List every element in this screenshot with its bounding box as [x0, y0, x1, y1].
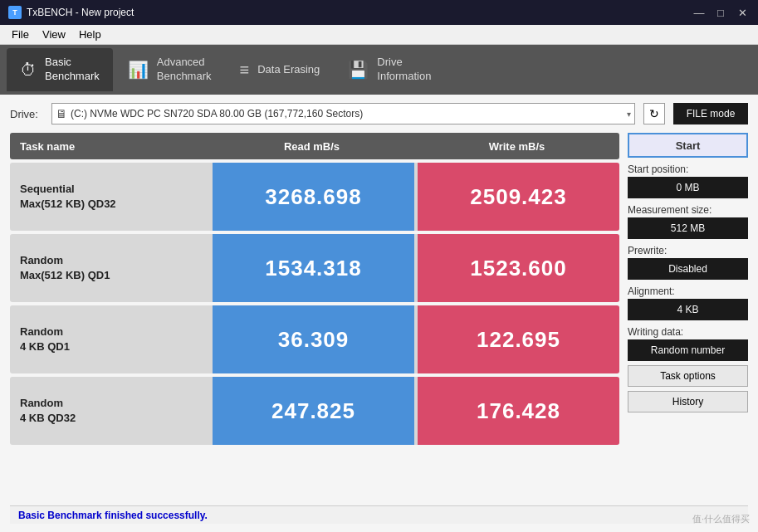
erasing-icon: ≡ — [240, 61, 250, 80]
drive-selector[interactable]: 🖥 (C:) NVMe WDC PC SN720 SDA 80.00 GB (1… — [51, 103, 635, 124]
measurement-size-value[interactable]: 512 MB — [628, 217, 748, 239]
menu-bar: File View Help — [0, 25, 758, 45]
row4-label: Random4 KB QD32 — [10, 396, 209, 426]
table-row: SequentialMax(512 KB) QD32 3268.698 2509… — [10, 163, 619, 231]
prewrite-group: Prewrite: Disabled — [628, 243, 748, 280]
row4-read: 247.825 — [213, 377, 414, 445]
timer-icon: ⏱ — [20, 61, 37, 80]
chevron-down-icon: ▾ — [627, 110, 631, 119]
tab-basic-benchmark[interactable]: ⏱ Basic Benchmark — [7, 48, 113, 91]
tab-basic-label-line1: Basic — [45, 56, 100, 70]
row3-label: Random4 KB QD1 — [10, 325, 209, 354]
start-button[interactable]: Start — [628, 133, 748, 158]
file-mode-button[interactable]: FILE mode — [673, 103, 748, 124]
tab-erasing-label: Data Erasing — [257, 63, 320, 77]
watermark: 值·什么值得买 — [692, 513, 750, 525]
sidebar: Start Start position: 0 MB Measurement s… — [628, 133, 748, 502]
history-button[interactable]: History — [628, 391, 748, 412]
tab-advanced-benchmark[interactable]: 📊 Advanced Benchmark — [115, 48, 225, 91]
row3-write: 122.695 — [418, 305, 619, 373]
measurement-size-group: Measurement size: 512 MB — [628, 203, 748, 239]
tab-drive-information[interactable]: 💾 Drive Information — [335, 48, 444, 91]
col-task-name: Task name — [10, 140, 209, 153]
drive-icon: 💾 — [348, 60, 369, 80]
table-row: Random4 KB QD1 36.309 122.695 — [10, 305, 619, 373]
alignment-value[interactable]: 4 KB — [628, 299, 748, 320]
tab-advanced-label-line2: Benchmark — [157, 70, 212, 84]
chart-icon: 📊 — [128, 60, 149, 80]
drive-refresh-button[interactable]: ↻ — [643, 103, 665, 124]
title-bar-controls[interactable]: — □ ✕ — [692, 5, 750, 20]
prewrite-value[interactable]: Disabled — [628, 258, 748, 280]
tab-basic-label-line2: Benchmark — [45, 70, 100, 84]
table-row: Random4 KB QD32 247.825 176.428 — [10, 377, 619, 445]
writing-data-label: Writing data: — [628, 326, 748, 338]
drive-row: Drive: 🖥 (C:) NVMe WDC PC SN720 SDA 80.0… — [10, 103, 748, 124]
row2-read: 1534.318 — [213, 234, 414, 302]
menu-help[interactable]: Help — [72, 27, 108, 42]
title-bar: T TxBENCH - New project — □ ✕ — [0, 0, 758, 25]
benchmark-table: Task name Read mB/s Write mB/s Sequentia… — [10, 133, 619, 502]
table-header: Task name Read mB/s Write mB/s — [10, 133, 619, 159]
close-button[interactable]: ✕ — [735, 5, 750, 20]
main-area: Task name Read mB/s Write mB/s Sequentia… — [10, 133, 748, 502]
status-bar: Basic Benchmark finished successfully. — [10, 505, 748, 524]
row1-read: 3268.698 — [213, 163, 414, 231]
maximize-button[interactable]: □ — [713, 5, 728, 20]
writing-data-group: Writing data: Random number — [628, 325, 748, 361]
prewrite-label: Prewrite: — [628, 245, 748, 256]
alignment-label: Alignment: — [628, 286, 748, 297]
tab-drive-label-line2: Information — [377, 70, 431, 84]
app-icon: T — [8, 6, 22, 19]
start-position-value[interactable]: 0 MB — [628, 177, 748, 198]
col-read: Read mB/s — [209, 140, 414, 153]
drive-selector-icon: 🖥 — [56, 107, 67, 120]
minimize-button[interactable]: — — [692, 5, 707, 20]
writing-data-value[interactable]: Random number — [628, 339, 748, 361]
window-title: TxBENCH - New project — [27, 7, 134, 18]
row1-label: SequentialMax(512 KB) QD32 — [10, 182, 209, 212]
tab-advanced-label-line1: Advanced — [157, 56, 212, 70]
row2-label: RandomMax(512 KB) QD1 — [10, 253, 209, 283]
row3-read: 36.309 — [213, 305, 414, 373]
col-write: Write mB/s — [414, 140, 619, 153]
start-position-group: Start position: 0 MB — [628, 162, 748, 198]
drive-label: Drive: — [10, 108, 43, 120]
menu-file[interactable]: File — [5, 27, 36, 42]
tab-data-erasing[interactable]: ≡ Data Erasing — [227, 48, 334, 91]
title-bar-left: T TxBENCH - New project — [8, 6, 134, 19]
table-row: RandomMax(512 KB) QD1 1534.318 1523.600 — [10, 234, 619, 302]
task-options-button[interactable]: Task options — [628, 365, 748, 387]
row2-write: 1523.600 — [418, 234, 619, 302]
measurement-size-label: Measurement size: — [628, 204, 748, 216]
row4-write: 176.428 — [418, 377, 619, 445]
drive-selector-text: (C:) NVMe WDC PC SN720 SDA 80.00 GB (167… — [71, 108, 627, 120]
content-area: Drive: 🖥 (C:) NVMe WDC PC SN720 SDA 80.0… — [0, 95, 758, 532]
menu-view[interactable]: View — [36, 27, 72, 42]
alignment-group: Alignment: 4 KB — [628, 284, 748, 320]
status-text: Basic Benchmark finished successfully. — [18, 510, 208, 521]
row1-write: 2509.423 — [418, 163, 619, 231]
tab-bar: ⏱ Basic Benchmark 📊 Advanced Benchmark ≡… — [0, 45, 758, 95]
tab-drive-label-line1: Drive — [377, 56, 431, 70]
start-position-label: Start position: — [628, 164, 748, 175]
